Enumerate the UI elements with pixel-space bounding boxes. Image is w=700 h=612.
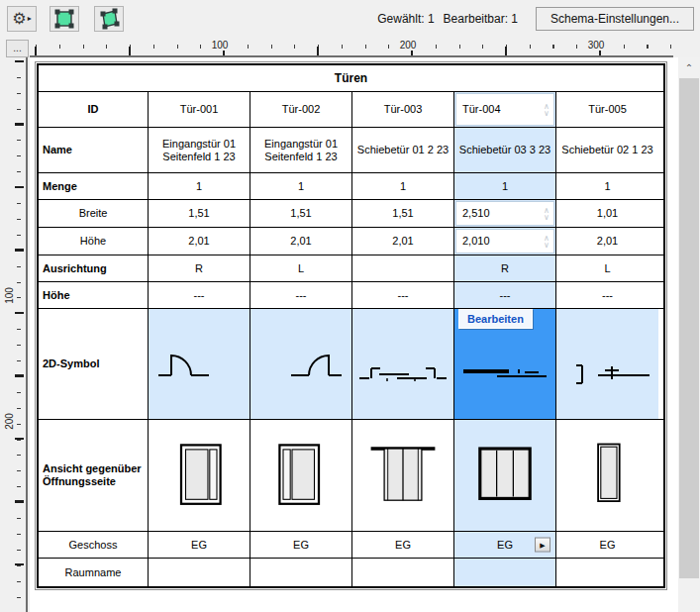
cell-hoehe2-tur004[interactable]: --- bbox=[454, 282, 556, 308]
breite-edit-field[interactable]: 2,510 ∧∨ bbox=[455, 201, 554, 226]
door-swing-left-icon bbox=[256, 340, 346, 389]
cell-name-tur002[interactable]: Eingangstür 01 Seitenfeld 1 23 bbox=[250, 128, 352, 172]
cell-ansicht-tur002[interactable] bbox=[250, 420, 352, 531]
cell-menge-tur005[interactable]: 1 bbox=[556, 173, 658, 199]
row-label-name: Name bbox=[39, 128, 149, 172]
cell-breite-tur004[interactable]: 2,510 ∧∨ bbox=[454, 200, 556, 227]
cell-symbol-tur001[interactable] bbox=[149, 309, 250, 419]
cell-ansicht-tur004[interactable] bbox=[454, 420, 556, 531]
cell-menge-tur003[interactable]: 1 bbox=[352, 173, 454, 199]
marquee-select-button[interactable] bbox=[50, 6, 79, 32]
settings-flyout-button[interactable]: ⚙ ▸ bbox=[7, 6, 37, 32]
cell-ansicht-tur005[interactable] bbox=[556, 420, 658, 531]
breite-stepper[interactable]: ∧∨ bbox=[540, 207, 553, 221]
cell-hoehe-tur003[interactable]: 2,01 bbox=[352, 228, 454, 255]
door-elevation-two-panel-right-icon bbox=[256, 431, 346, 520]
schema-settings-button[interactable]: Schema-Einstellungen... bbox=[536, 7, 694, 31]
door-elevation-sliding-header-icon bbox=[358, 431, 448, 520]
cell-breite-tur005[interactable]: 1,01 bbox=[556, 200, 658, 227]
cell-geschoss-tur004[interactable]: EG ▶ bbox=[454, 532, 556, 558]
schedule-canvas: Türen ID Tür-001 Tür-002 Tür-003 Tür-004… bbox=[30, 57, 678, 612]
hruler-label-200: 200 bbox=[396, 40, 421, 51]
cell-geschoss-tur001[interactable]: EG bbox=[149, 532, 250, 558]
row-label-menge: Menge bbox=[39, 173, 149, 199]
geschoss-flyout-button[interactable]: ▶ bbox=[535, 538, 550, 553]
scroll-up-button[interactable]: ⌃ bbox=[678, 57, 700, 77]
cell-geschoss-tur002[interactable]: EG bbox=[250, 532, 352, 558]
table-row-ansicht: Ansicht gegenüber Öffnungsseite bbox=[39, 420, 663, 532]
cell-raumname-tur003[interactable] bbox=[352, 559, 454, 586]
cell-hoehe-tur001[interactable]: 2,01 bbox=[149, 228, 250, 255]
vertical-ruler: 100 200 bbox=[0, 57, 28, 612]
cell-name-tur005[interactable]: Schiebetür 02 1 23 bbox=[556, 128, 658, 172]
cell-ausrichtung-tur003[interactable] bbox=[352, 255, 454, 281]
cell-ausrichtung-tur004[interactable]: R bbox=[454, 255, 556, 281]
table-row-ausrichtung: Ausrichtung R L R L bbox=[39, 255, 663, 282]
stepper-down-icon[interactable]: ∨ bbox=[544, 242, 550, 249]
table-title: Türen bbox=[39, 65, 663, 91]
cell-name-tur004[interactable]: Schiebetür 03 3 23 bbox=[454, 128, 556, 172]
cell-id-tur002[interactable]: Tür-002 bbox=[250, 92, 352, 127]
cell-raumname-tur001[interactable] bbox=[149, 559, 250, 586]
flyout-triangle-icon: ▶ bbox=[540, 541, 545, 549]
cell-symbol-tur005[interactable] bbox=[556, 309, 658, 419]
cell-name-tur003[interactable]: Schiebetür 01 2 23 bbox=[352, 128, 454, 172]
cell-breite-tur001[interactable]: 1,51 bbox=[149, 200, 250, 227]
door-schedule-table: Türen ID Tür-001 Tür-002 Tür-003 Tür-004… bbox=[37, 63, 665, 588]
cell-hoehe-tur002[interactable]: 2,01 bbox=[250, 228, 352, 255]
id-stepper[interactable]: ∧∨ bbox=[540, 103, 553, 117]
cell-name-tur001[interactable]: Eingangstür 01 Seitenfeld 1 23 bbox=[149, 128, 250, 172]
cell-menge-tur004[interactable]: 1 bbox=[454, 173, 556, 199]
cell-hoehe2-tur005[interactable]: --- bbox=[556, 282, 658, 308]
scrollbar-thumb[interactable] bbox=[679, 78, 699, 578]
hoehe-edit-field[interactable]: 2,010 ∧∨ bbox=[455, 229, 554, 254]
bearbeiten-button[interactable]: Bearbeiten bbox=[458, 309, 533, 329]
cell-ansicht-tur003[interactable] bbox=[352, 420, 454, 531]
cell-hoehe2-tur002[interactable]: --- bbox=[250, 282, 352, 308]
hruler-label-300: 300 bbox=[584, 40, 609, 51]
table-title-row: Türen bbox=[39, 65, 663, 92]
cell-symbol-tur004[interactable]: Bearbeiten bbox=[454, 309, 556, 419]
door-elevation-two-panel-left-icon bbox=[154, 431, 244, 520]
cell-geschoss-tur005[interactable]: EG bbox=[556, 532, 658, 558]
row-label-raumname: Raumname bbox=[39, 559, 149, 586]
row-label-ausrichtung: Ausrichtung bbox=[39, 255, 149, 281]
stepper-down-icon[interactable]: ∨ bbox=[544, 110, 550, 117]
flyout-arrow-icon: ▸ bbox=[28, 14, 32, 23]
cell-breite-tur003[interactable]: 1,51 bbox=[352, 200, 454, 227]
vertical-scrollbar[interactable]: ⌃ bbox=[678, 57, 700, 612]
cell-id-tur004[interactable]: Tür-004 ∧∨ bbox=[454, 92, 556, 127]
cell-id-tur005[interactable]: Tür-005 bbox=[556, 92, 658, 127]
row-label-ansicht: Ansicht gegenüber Öffnungsseite bbox=[39, 420, 149, 531]
cell-menge-tur002[interactable]: 1 bbox=[250, 173, 352, 199]
cell-hoehe-tur005[interactable]: 2,01 bbox=[556, 228, 658, 255]
cell-hoehe2-tur001[interactable]: --- bbox=[149, 282, 250, 308]
stepper-down-icon[interactable]: ∨ bbox=[544, 214, 550, 221]
cell-ausrichtung-tur001[interactable]: R bbox=[149, 255, 250, 281]
cell-symbol-tur003[interactable] bbox=[352, 309, 454, 419]
cell-ansicht-tur001[interactable] bbox=[149, 420, 250, 531]
table-row-breite: Breite 1,51 1,51 1,51 2,510 ∧∨ 1,01 bbox=[39, 200, 663, 228]
cell-id-tur001[interactable]: Tür-001 bbox=[149, 92, 250, 127]
gear-icon: ⚙ bbox=[12, 11, 26, 27]
cell-ausrichtung-tur002[interactable]: L bbox=[250, 255, 352, 281]
table-row-id: ID Tür-001 Tür-002 Tür-003 Tür-004 ∧∨ Tü… bbox=[39, 92, 663, 128]
hoehe-stepper[interactable]: ∧∨ bbox=[540, 235, 553, 249]
cell-hoehe2-tur003[interactable]: --- bbox=[352, 282, 454, 308]
cell-id-tur003[interactable]: Tür-003 bbox=[352, 92, 454, 127]
cell-raumname-tur005[interactable] bbox=[556, 559, 658, 586]
cell-raumname-tur004[interactable] bbox=[454, 559, 556, 586]
cell-breite-tur002[interactable]: 1,51 bbox=[250, 200, 352, 227]
cell-ausrichtung-tur005[interactable]: L bbox=[556, 255, 658, 281]
cell-raumname-tur002[interactable] bbox=[250, 559, 352, 586]
cell-symbol-tur002[interactable] bbox=[250, 309, 352, 419]
cell-hoehe-tur004[interactable]: 2,010 ∧∨ bbox=[454, 228, 556, 255]
rotated-marquee-select-button[interactable] bbox=[94, 6, 124, 32]
schedule-window: ⚙ ▸ Gewählt: 1 Bearbeitbar: 1 bbox=[0, 0, 700, 612]
cell-menge-tur001[interactable]: 1 bbox=[149, 173, 250, 199]
id-edit-field[interactable]: Tür-004 ∧∨ bbox=[455, 93, 554, 126]
ruler-options-button[interactable]: ... bbox=[6, 40, 29, 57]
cell-geschoss-tur003[interactable]: EG bbox=[352, 532, 454, 558]
scroll-up-icon: ⌃ bbox=[685, 62, 693, 73]
sliding-door-single-icon bbox=[457, 340, 552, 389]
